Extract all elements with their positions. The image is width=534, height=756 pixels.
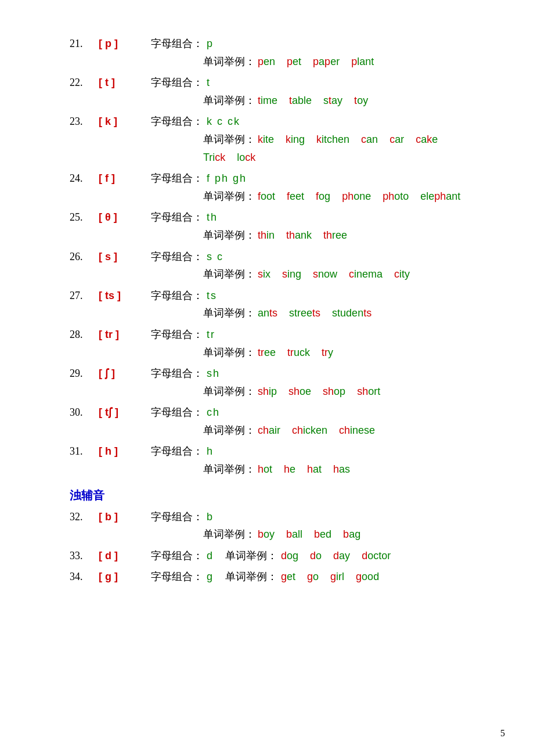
letters-32: b: [207, 508, 214, 526]
word: can: [361, 131, 378, 149]
word: girl: [330, 568, 344, 586]
words-label-24: 单词举例：: [203, 188, 255, 206]
word: plant: [351, 53, 374, 71]
phoneme-21: [ p ]: [99, 35, 151, 53]
words-label-33: 单词举例：: [225, 547, 277, 565]
words-label-23: 单词举例：: [203, 131, 255, 149]
letters-label-26: 字母组合：: [151, 248, 203, 266]
word: king: [286, 131, 305, 149]
entry-num-21: 21.: [70, 35, 99, 53]
word: do: [310, 547, 322, 565]
letters-25: th: [207, 208, 218, 226]
entry-34: 34. [ g ] 字母组合： g 单词举例： get go girl good: [70, 568, 488, 586]
entry-23: 23. [ k ] 字母组合： k c ck 单词举例： kite king k…: [70, 113, 488, 166]
letters-label-23: 字母组合：: [151, 113, 203, 131]
entry-22: 22. [ t ] 字母组合： t 单词举例： time table stay …: [70, 74, 488, 109]
letters-label-28: 字母组合：: [151, 326, 203, 344]
entry-num-30: 30.: [70, 404, 99, 422]
entry-28: 28. [ tr ] 字母组合： tr 单词举例： tree truck try: [70, 326, 488, 361]
word: thank: [286, 226, 312, 244]
letters-28: tr: [207, 326, 215, 344]
words-label-27: 单词举例：: [203, 304, 255, 322]
entry-31: 31. [ h ] 字母组合： h 单词举例： hot he hat has: [70, 442, 488, 478]
word: kitchen: [316, 131, 349, 149]
section-title: 浊辅音: [70, 488, 488, 503]
page-number: 5: [500, 728, 505, 739]
word: go: [307, 568, 319, 586]
words-label-30: 单词举例：: [203, 422, 255, 440]
word: photo: [383, 188, 409, 206]
entry-num-31: 31.: [70, 442, 99, 460]
word: get: [281, 568, 295, 586]
phoneme-24: [ f ]: [99, 170, 151, 188]
word: streets: [289, 304, 320, 322]
entry-32: 32. [ b ] 字母组合： b 单词举例： boy ball bed bag: [70, 508, 488, 543]
entry-num-22: 22.: [70, 74, 99, 92]
letters-31: h: [207, 442, 214, 460]
word: time: [258, 92, 277, 110]
word: shop: [323, 383, 345, 401]
word: kite: [258, 131, 274, 149]
entry-num-25: 25.: [70, 208, 99, 226]
word: paper: [313, 53, 340, 71]
word: bag: [343, 525, 360, 543]
phoneme-28: [ tr ]: [99, 326, 151, 344]
word: good: [356, 568, 379, 586]
word: snow: [313, 265, 337, 283]
word: has: [333, 460, 350, 478]
letters-33: d: [207, 547, 214, 565]
word: stay: [323, 92, 342, 110]
letters-label-34: 字母组合：: [151, 568, 203, 586]
entry-25: 25. [ θ ] 字母组合： th 单词举例： thin thank thre…: [70, 208, 488, 244]
word: students: [332, 304, 371, 322]
words-label-31: 单词举例：: [203, 460, 255, 478]
phoneme-23: [ k ]: [99, 113, 151, 131]
letters-label-31: 字母组合：: [151, 442, 203, 460]
word: short: [357, 383, 380, 401]
letters-23: k c ck: [207, 113, 240, 131]
word: cake: [416, 131, 438, 149]
word: car: [389, 131, 404, 149]
word: day: [333, 547, 350, 565]
letters-26: s c: [207, 248, 223, 266]
word: he: [284, 460, 295, 478]
words-label-22: 单词举例：: [203, 92, 255, 110]
word: foot: [258, 188, 275, 206]
letters-24: f ph gh: [207, 170, 247, 188]
word: phone: [342, 188, 371, 206]
words-label-32: 单词举例：: [203, 525, 255, 543]
letters-21: p: [207, 35, 214, 53]
letters-label-21: 字母组合：: [151, 35, 203, 53]
entry-21: 21. [ p ] 字母组合： p 单词举例： pen pet paper pl…: [70, 35, 488, 70]
letters-22: t: [207, 74, 211, 92]
entry-num-28: 28.: [70, 326, 99, 344]
word: feet: [287, 188, 304, 206]
letters-27: ts: [207, 287, 217, 305]
words-label-28: 单词举例：: [203, 344, 255, 362]
word: fog: [316, 188, 330, 206]
entry-num-26: 26.: [70, 248, 99, 266]
word: sing: [282, 265, 301, 283]
word: thin: [258, 226, 275, 244]
entry-24: 24. [ f ] 字母组合： f ph gh 单词举例： foot feet …: [70, 170, 488, 205]
word: pen: [258, 53, 275, 71]
entry-33: 33. [ d ] 字母组合： d 单词举例： dog do day docto…: [70, 547, 488, 565]
word: dog: [281, 547, 298, 565]
word: ship: [258, 383, 277, 401]
word: tree: [258, 344, 276, 362]
letters-29: sh: [207, 365, 220, 383]
letters-label-27: 字母组合：: [151, 287, 203, 305]
entry-num-24: 24.: [70, 170, 99, 188]
word: hat: [307, 460, 322, 478]
word: Trick: [203, 149, 225, 167]
word: six: [258, 265, 270, 283]
entry-num-27: 27.: [70, 287, 99, 305]
word: chair: [258, 422, 280, 440]
phoneme-34: [ g ]: [99, 568, 151, 586]
word: doctor: [362, 547, 391, 565]
word: table: [289, 92, 312, 110]
letters-label-24: 字母组合：: [151, 170, 203, 188]
word: toy: [354, 92, 368, 110]
page-content: 21. [ p ] 字母组合： p 单词举例： pen pet paper pl…: [70, 35, 488, 586]
phoneme-26: [ s ]: [99, 248, 151, 266]
